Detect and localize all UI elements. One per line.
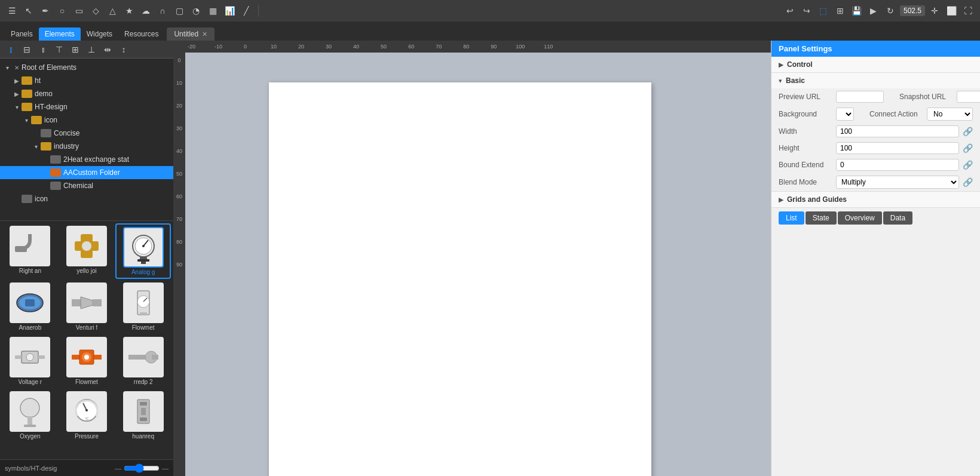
align-right-icon[interactable]: ⫾: [36, 42, 50, 57]
industry-toggle[interactable]: ▾: [31, 142, 41, 151]
tab-state[interactable]: State: [806, 211, 837, 225]
align-top-icon[interactable]: ⊤: [52, 42, 66, 57]
icon2-toggle[interactable]: ▶: [12, 194, 22, 204]
chemical-toggle[interactable]: ▶: [41, 181, 50, 191]
circle-icon[interactable]: ○: [55, 4, 69, 18]
width-input[interactable]: [836, 125, 959, 137]
grid-icon[interactable]: ⊞: [833, 4, 847, 18]
tree-item-icon[interactable]: ▾ icon: [0, 113, 173, 127]
save-icon[interactable]: 💾: [850, 4, 864, 18]
svg-point-22: [26, 354, 33, 361]
icon-cell-yello-joi[interactable]: yello joi: [59, 223, 115, 279]
icon-cell-huanreq[interactable]: huanreq: [115, 389, 171, 442]
icon-cell-anaerob[interactable]: Anaerob: [2, 280, 58, 333]
bound-extend-input[interactable]: [836, 159, 959, 171]
icon-thumb-analog-g: [123, 227, 164, 268]
2heat-toggle[interactable]: ▶: [41, 155, 50, 164]
menu-icon[interactable]: ☰: [5, 4, 19, 18]
icon-cell-oxygen[interactable]: Oxygen: [2, 389, 58, 442]
triangle-icon[interactable]: △: [105, 4, 120, 18]
icon-cell-voltage[interactable]: Voltage r: [2, 334, 58, 388]
preview-url-input[interactable]: [836, 91, 884, 103]
concise-toggle[interactable]: ▶: [31, 128, 41, 138]
blend-mode-link-icon[interactable]: 🔗: [963, 177, 973, 187]
tab-list[interactable]: List: [779, 211, 804, 225]
move-icon[interactable]: ✛: [927, 4, 942, 18]
frame-icon[interactable]: ⬚: [816, 4, 831, 18]
line-icon[interactable]: ╱: [239, 4, 253, 18]
tree-item-ht-design[interactable]: ▾ HT-design: [0, 100, 173, 113]
svg-rect-33: [27, 416, 32, 426]
tab-widgets[interactable]: Widgets: [81, 27, 118, 41]
undo-button[interactable]: ↩: [783, 4, 797, 18]
aacustom-toggle[interactable]: ▶: [41, 168, 50, 177]
redo-button[interactable]: ↪: [800, 4, 814, 18]
icon-cell-right-an[interactable]: Right an: [2, 223, 58, 279]
arc-icon[interactable]: ∩: [155, 4, 170, 18]
icon-cell-venturi[interactable]: Venturi f: [59, 280, 115, 333]
bar-chart-icon[interactable]: ▦: [206, 4, 220, 18]
demo-toggle[interactable]: ▶: [12, 89, 22, 99]
dist-v-icon[interactable]: ↕: [117, 42, 131, 57]
tree-root[interactable]: ▾ ✕ Root of Elements: [0, 61, 173, 74]
connect-action-select[interactable]: No: [927, 108, 973, 121]
snapshot-url-input[interactable]: [957, 91, 980, 103]
height-input[interactable]: [836, 142, 959, 154]
align-left-icon[interactable]: ⫿: [4, 42, 18, 57]
tree-item-ht[interactable]: ▶ ht: [0, 74, 173, 87]
control-section-header[interactable]: ▶ Control: [771, 57, 980, 72]
tree-item-aacustom[interactable]: ▶ AACustom Folder: [0, 166, 173, 179]
icon-cell-pressure[interactable]: °C Pressure: [59, 389, 115, 442]
ruler-tick-h-70: 70: [436, 44, 442, 50]
fullscreen-icon[interactable]: ⛶: [961, 4, 975, 18]
tab-elements[interactable]: Elements: [39, 27, 81, 41]
tree-item-2heat[interactable]: ▶ 2Heat exchange stat: [0, 153, 173, 166]
expand-icon[interactable]: ⬜: [944, 4, 958, 18]
rect-icon[interactable]: ▭: [72, 4, 86, 18]
blend-mode-select[interactable]: Multiply: [836, 176, 959, 189]
squircle-icon[interactable]: ▢: [172, 4, 186, 18]
ruler-tick-h-30: 30: [326, 44, 332, 50]
tab-overview[interactable]: Overview: [838, 211, 882, 225]
background-select[interactable]: [836, 108, 854, 121]
align-center-h-icon[interactable]: ⊟: [20, 42, 34, 57]
icon-cell-rredp[interactable]: rredp 2: [115, 334, 171, 388]
root-expand[interactable]: ✕: [12, 63, 22, 72]
diamond-icon[interactable]: ◇: [88, 4, 103, 18]
tab-resources[interactable]: Resources: [118, 27, 164, 41]
width-link-icon[interactable]: 🔗: [963, 127, 973, 136]
blob-icon[interactable]: ☁: [139, 4, 153, 18]
root-toggle[interactable]: ▾: [2, 63, 12, 72]
tree-item-icon2[interactable]: ▶ icon: [0, 192, 173, 205]
align-middle-v-icon[interactable]: ⊞: [68, 42, 82, 57]
tree-item-chemical[interactable]: ▶ Chemical: [0, 179, 173, 192]
pen-icon[interactable]: ✒: [38, 4, 53, 18]
tab-panels[interactable]: Panels: [5, 27, 39, 41]
star-icon[interactable]: ★: [122, 4, 136, 18]
height-link-icon[interactable]: 🔗: [963, 143, 973, 153]
tree-item-demo[interactable]: ▶ demo: [0, 87, 173, 100]
tree-item-concise[interactable]: ▶ Concise: [0, 127, 173, 140]
open-tab-untitled[interactable]: Untitled ✕: [167, 27, 215, 41]
icon-cell-flowmet1[interactable]: Flowmet: [115, 280, 171, 333]
dist-h-icon[interactable]: ⇹: [100, 42, 115, 57]
tab-close-button[interactable]: ✕: [202, 30, 207, 38]
icon-toggle[interactable]: ▾: [22, 115, 31, 125]
grids-section-header[interactable]: ▶ Grids and Guides: [771, 192, 980, 207]
align-bottom-icon[interactable]: ⊥: [84, 42, 99, 57]
ht-toggle[interactable]: ▶: [12, 76, 22, 85]
play-icon[interactable]: ▶: [866, 4, 881, 18]
ht-design-toggle[interactable]: ▾: [12, 102, 22, 112]
zoom-slider[interactable]: [124, 463, 160, 473]
canvas-content[interactable]: [185, 53, 771, 476]
bound-extend-link-icon[interactable]: 🔗: [963, 160, 973, 170]
icon-cell-flowmet-orange[interactable]: Flowmet: [59, 334, 115, 388]
pie-icon[interactable]: ◔: [189, 4, 203, 18]
refresh-icon[interactable]: ↻: [883, 4, 898, 18]
column-chart-icon[interactable]: 📊: [222, 4, 237, 18]
icon-cell-analog-g[interactable]: Analog g: [115, 223, 171, 279]
cursor-icon[interactable]: ↖: [22, 4, 36, 18]
tree-item-industry[interactable]: ▾ industry: [0, 140, 173, 153]
basic-section-header[interactable]: ▾ Basic: [771, 73, 980, 88]
tab-data[interactable]: Data: [883, 211, 912, 225]
